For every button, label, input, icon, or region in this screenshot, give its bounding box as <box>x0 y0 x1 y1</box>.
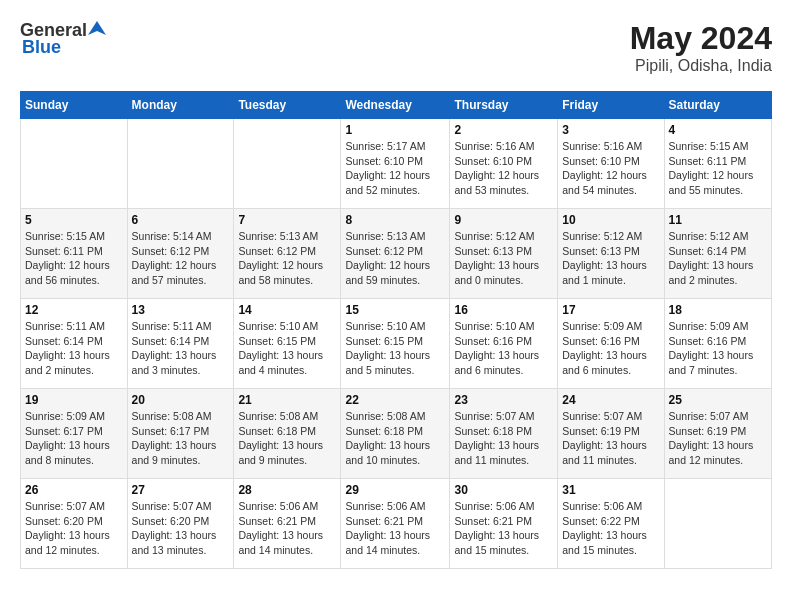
calendar-cell: 11Sunrise: 5:12 AM Sunset: 6:14 PM Dayli… <box>664 209 771 299</box>
logo-bird-icon <box>88 21 106 39</box>
day-number: 16 <box>454 303 553 317</box>
day-info: Sunrise: 5:10 AM Sunset: 6:15 PM Dayligh… <box>238 319 336 378</box>
day-info: Sunrise: 5:07 AM Sunset: 6:20 PM Dayligh… <box>25 499 123 558</box>
calendar-cell: 28Sunrise: 5:06 AM Sunset: 6:21 PM Dayli… <box>234 479 341 569</box>
calendar-cell: 4Sunrise: 5:15 AM Sunset: 6:11 PM Daylig… <box>664 119 771 209</box>
day-info: Sunrise: 5:08 AM Sunset: 6:18 PM Dayligh… <box>345 409 445 468</box>
day-info: Sunrise: 5:09 AM Sunset: 6:16 PM Dayligh… <box>562 319 659 378</box>
day-info: Sunrise: 5:12 AM Sunset: 6:13 PM Dayligh… <box>562 229 659 288</box>
day-number: 17 <box>562 303 659 317</box>
calendar-cell: 17Sunrise: 5:09 AM Sunset: 6:16 PM Dayli… <box>558 299 664 389</box>
logo-blue-text: Blue <box>22 37 61 58</box>
day-info: Sunrise: 5:11 AM Sunset: 6:14 PM Dayligh… <box>25 319 123 378</box>
day-number: 11 <box>669 213 767 227</box>
day-info: Sunrise: 5:07 AM Sunset: 6:18 PM Dayligh… <box>454 409 553 468</box>
calendar-cell: 7Sunrise: 5:13 AM Sunset: 6:12 PM Daylig… <box>234 209 341 299</box>
day-of-week-header: Tuesday <box>234 92 341 119</box>
day-number: 27 <box>132 483 230 497</box>
title-area: May 2024 Pipili, Odisha, India <box>630 20 772 75</box>
calendar-table: SundayMondayTuesdayWednesdayThursdayFrid… <box>20 91 772 569</box>
day-info: Sunrise: 5:16 AM Sunset: 6:10 PM Dayligh… <box>562 139 659 198</box>
calendar-cell: 18Sunrise: 5:09 AM Sunset: 6:16 PM Dayli… <box>664 299 771 389</box>
calendar-cell: 30Sunrise: 5:06 AM Sunset: 6:21 PM Dayli… <box>450 479 558 569</box>
day-number: 25 <box>669 393 767 407</box>
calendar-cell: 19Sunrise: 5:09 AM Sunset: 6:17 PM Dayli… <box>21 389 128 479</box>
calendar-cell: 8Sunrise: 5:13 AM Sunset: 6:12 PM Daylig… <box>341 209 450 299</box>
day-number: 6 <box>132 213 230 227</box>
calendar-cell: 21Sunrise: 5:08 AM Sunset: 6:18 PM Dayli… <box>234 389 341 479</box>
day-number: 31 <box>562 483 659 497</box>
day-info: Sunrise: 5:10 AM Sunset: 6:16 PM Dayligh… <box>454 319 553 378</box>
day-number: 30 <box>454 483 553 497</box>
header: General Blue May 2024 Pipili, Odisha, In… <box>20 20 772 75</box>
calendar-cell: 9Sunrise: 5:12 AM Sunset: 6:13 PM Daylig… <box>450 209 558 299</box>
day-info: Sunrise: 5:13 AM Sunset: 6:12 PM Dayligh… <box>345 229 445 288</box>
day-info: Sunrise: 5:07 AM Sunset: 6:19 PM Dayligh… <box>562 409 659 468</box>
calendar-cell <box>664 479 771 569</box>
day-number: 22 <box>345 393 445 407</box>
day-number: 13 <box>132 303 230 317</box>
day-number: 18 <box>669 303 767 317</box>
day-info: Sunrise: 5:08 AM Sunset: 6:18 PM Dayligh… <box>238 409 336 468</box>
day-info: Sunrise: 5:11 AM Sunset: 6:14 PM Dayligh… <box>132 319 230 378</box>
calendar-cell: 3Sunrise: 5:16 AM Sunset: 6:10 PM Daylig… <box>558 119 664 209</box>
calendar-cell: 31Sunrise: 5:06 AM Sunset: 6:22 PM Dayli… <box>558 479 664 569</box>
day-number: 12 <box>25 303 123 317</box>
calendar-cell: 27Sunrise: 5:07 AM Sunset: 6:20 PM Dayli… <box>127 479 234 569</box>
calendar-cell: 13Sunrise: 5:11 AM Sunset: 6:14 PM Dayli… <box>127 299 234 389</box>
day-of-week-header: Thursday <box>450 92 558 119</box>
calendar-cell: 23Sunrise: 5:07 AM Sunset: 6:18 PM Dayli… <box>450 389 558 479</box>
day-info: Sunrise: 5:13 AM Sunset: 6:12 PM Dayligh… <box>238 229 336 288</box>
day-of-week-header: Monday <box>127 92 234 119</box>
day-number: 14 <box>238 303 336 317</box>
day-number: 21 <box>238 393 336 407</box>
day-of-week-header: Friday <box>558 92 664 119</box>
logo: General Blue <box>20 20 106 58</box>
calendar-cell: 25Sunrise: 5:07 AM Sunset: 6:19 PM Dayli… <box>664 389 771 479</box>
location-title: Pipili, Odisha, India <box>630 57 772 75</box>
day-info: Sunrise: 5:09 AM Sunset: 6:17 PM Dayligh… <box>25 409 123 468</box>
day-number: 26 <box>25 483 123 497</box>
calendar-cell <box>21 119 128 209</box>
calendar-week-row: 26Sunrise: 5:07 AM Sunset: 6:20 PM Dayli… <box>21 479 772 569</box>
day-info: Sunrise: 5:06 AM Sunset: 6:22 PM Dayligh… <box>562 499 659 558</box>
calendar-cell <box>234 119 341 209</box>
day-info: Sunrise: 5:12 AM Sunset: 6:13 PM Dayligh… <box>454 229 553 288</box>
day-number: 15 <box>345 303 445 317</box>
day-info: Sunrise: 5:06 AM Sunset: 6:21 PM Dayligh… <box>454 499 553 558</box>
calendar-cell <box>127 119 234 209</box>
calendar-cell: 6Sunrise: 5:14 AM Sunset: 6:12 PM Daylig… <box>127 209 234 299</box>
day-number: 2 <box>454 123 553 137</box>
calendar-cell: 24Sunrise: 5:07 AM Sunset: 6:19 PM Dayli… <box>558 389 664 479</box>
day-number: 7 <box>238 213 336 227</box>
month-title: May 2024 <box>630 20 772 57</box>
calendar-cell: 1Sunrise: 5:17 AM Sunset: 6:10 PM Daylig… <box>341 119 450 209</box>
day-number: 28 <box>238 483 336 497</box>
day-number: 19 <box>25 393 123 407</box>
day-of-week-header: Wednesday <box>341 92 450 119</box>
day-info: Sunrise: 5:12 AM Sunset: 6:14 PM Dayligh… <box>669 229 767 288</box>
calendar-week-row: 1Sunrise: 5:17 AM Sunset: 6:10 PM Daylig… <box>21 119 772 209</box>
day-info: Sunrise: 5:10 AM Sunset: 6:15 PM Dayligh… <box>345 319 445 378</box>
day-info: Sunrise: 5:15 AM Sunset: 6:11 PM Dayligh… <box>25 229 123 288</box>
calendar-cell: 29Sunrise: 5:06 AM Sunset: 6:21 PM Dayli… <box>341 479 450 569</box>
calendar-week-row: 12Sunrise: 5:11 AM Sunset: 6:14 PM Dayli… <box>21 299 772 389</box>
day-of-week-header: Saturday <box>664 92 771 119</box>
day-number: 24 <box>562 393 659 407</box>
calendar-cell: 15Sunrise: 5:10 AM Sunset: 6:15 PM Dayli… <box>341 299 450 389</box>
day-number: 8 <box>345 213 445 227</box>
day-number: 23 <box>454 393 553 407</box>
calendar-week-row: 19Sunrise: 5:09 AM Sunset: 6:17 PM Dayli… <box>21 389 772 479</box>
day-info: Sunrise: 5:06 AM Sunset: 6:21 PM Dayligh… <box>345 499 445 558</box>
day-info: Sunrise: 5:15 AM Sunset: 6:11 PM Dayligh… <box>669 139 767 198</box>
calendar-cell: 2Sunrise: 5:16 AM Sunset: 6:10 PM Daylig… <box>450 119 558 209</box>
day-number: 29 <box>345 483 445 497</box>
day-info: Sunrise: 5:06 AM Sunset: 6:21 PM Dayligh… <box>238 499 336 558</box>
calendar-cell: 16Sunrise: 5:10 AM Sunset: 6:16 PM Dayli… <box>450 299 558 389</box>
day-of-week-header: Sunday <box>21 92 128 119</box>
calendar-cell: 26Sunrise: 5:07 AM Sunset: 6:20 PM Dayli… <box>21 479 128 569</box>
calendar-cell: 10Sunrise: 5:12 AM Sunset: 6:13 PM Dayli… <box>558 209 664 299</box>
calendar-cell: 20Sunrise: 5:08 AM Sunset: 6:17 PM Dayli… <box>127 389 234 479</box>
calendar-cell: 22Sunrise: 5:08 AM Sunset: 6:18 PM Dayli… <box>341 389 450 479</box>
calendar-cell: 12Sunrise: 5:11 AM Sunset: 6:14 PM Dayli… <box>21 299 128 389</box>
